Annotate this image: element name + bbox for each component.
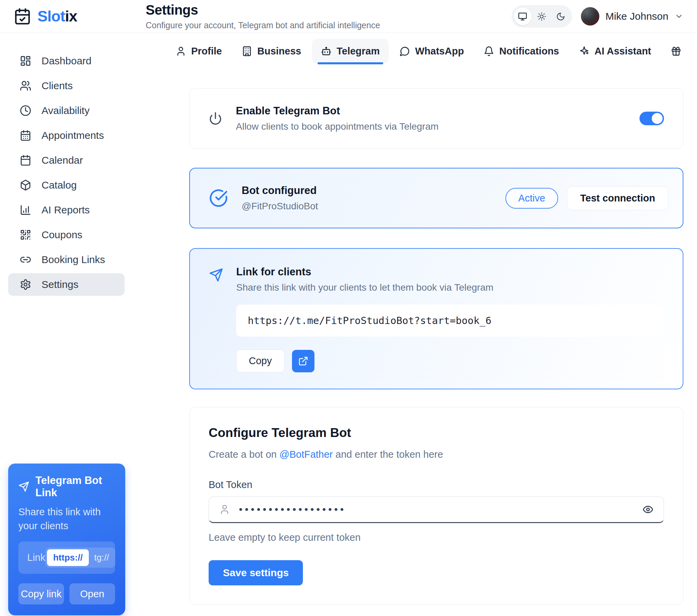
external-link-icon (298, 356, 308, 366)
brand-name-secondary: ix (65, 8, 77, 25)
gift-icon (671, 46, 681, 57)
tab-label: Profile (191, 46, 222, 57)
theme-monitor-button[interactable] (514, 8, 532, 25)
sidebar-item-label: Appointments (42, 130, 104, 141)
sidebar-item-label: Clients (42, 80, 73, 91)
sidebar-item-dashboard[interactable]: Dashboard (8, 50, 124, 72)
save-settings-button[interactable]: Save settings (209, 560, 303, 585)
avatar (581, 7, 599, 26)
sidebar-nav: DashboardClientsAvailabilityAppointments… (0, 33, 133, 296)
botfather-link[interactable]: @BotFather (279, 449, 333, 460)
tab-label: Business (257, 46, 301, 57)
page-subtitle: Configure your account, Telegram bot and… (146, 20, 380, 30)
promo-subtitle: Share this link with your clients (18, 505, 115, 533)
user-icon (176, 46, 186, 57)
sidebar-item-label: Availability (42, 105, 89, 116)
bot-token-field (209, 497, 664, 523)
enable-card-texts: Enable Telegram Bot Allow clients to boo… (236, 105, 439, 132)
sidebar-item-appointments[interactable]: Appointments (8, 124, 124, 147)
test-connection-button[interactable]: Test connection (567, 186, 668, 210)
bot-card-title: Bot configured (242, 185, 318, 197)
config-desc-suffix: and enter the token here (333, 449, 443, 460)
tab-ai-assistant[interactable]: AI Assistant (570, 39, 660, 64)
eye-icon[interactable] (642, 504, 653, 515)
enable-card-title: Enable Telegram Bot (236, 105, 439, 117)
sidebar-item-label: AI Reports (42, 204, 90, 216)
copy-link-button[interactable]: Copy link (18, 583, 64, 604)
bot-token-input[interactable] (239, 504, 634, 515)
sidebar-item-label: Settings (42, 279, 78, 290)
sidebar-item-label: Coupons (42, 229, 83, 240)
theme-switcher (511, 5, 572, 28)
tab-label: WhatsApp (415, 46, 464, 57)
qr-code-icon (20, 229, 31, 240)
calendar-days-icon (20, 130, 31, 141)
enable-card-subtitle: Allow clients to book appointments via T… (236, 121, 439, 132)
sidebar-item-catalog[interactable]: Catalog (8, 174, 124, 196)
brand[interactable]: Slotix (0, 8, 133, 25)
enable-bot-toggle[interactable] (639, 112, 664, 125)
link-for-clients-card: Link for clients Share this link with yo… (189, 248, 683, 389)
chart-column-icon (20, 204, 31, 216)
send-icon (209, 268, 223, 282)
copy-url-button[interactable]: Copy (236, 350, 284, 372)
calendar-check-logo-icon (14, 8, 31, 25)
telegram-bot-link-card: Telegram Bot Link Share this link with y… (8, 464, 125, 615)
sidebar-item-label: Catalog (42, 179, 77, 191)
user-name: Mike Johnson (606, 11, 668, 22)
sidebar-item-ai-reports[interactable]: AI Reports (8, 199, 124, 221)
settings-tab-bar: ProfileBusinessTelegramWhatsAppNotificat… (189, 39, 683, 64)
page-head: Settings Configure your account, Telegra… (133, 2, 380, 30)
brand-name: Slotix (38, 8, 77, 25)
protocol-option-https[interactable]: https:// (47, 549, 89, 566)
promo-title: Telegram Bot Link (35, 474, 115, 499)
brand-name-primary: Slot (38, 8, 65, 25)
open-link-button[interactable]: Open (70, 583, 115, 604)
promo-title-row: Telegram Bot Link (18, 474, 115, 499)
promo-link-label: Link (27, 552, 45, 563)
config-subtitle: Create a bot on @BotFather and enter the… (209, 449, 664, 460)
bell-icon (484, 46, 494, 57)
configure-telegram-bot-card: Configure Telegram Bot Create a bot on @… (189, 407, 683, 605)
open-external-button[interactable] (292, 350, 314, 372)
users-icon (20, 80, 31, 91)
tab-gift[interactable] (662, 39, 690, 63)
bot-configured-card: Bot configured @FitProStudioBot Active T… (189, 168, 683, 229)
theme-moon-button[interactable] (552, 8, 570, 25)
tab-business[interactable]: Business (233, 39, 310, 64)
sidebar-item-calendar[interactable]: Calendar (8, 149, 124, 172)
tab-notifications[interactable]: Notifications (475, 39, 568, 64)
sidebar-item-availability[interactable]: Availability (8, 99, 124, 122)
chevron-right-icon[interactable] (696, 46, 697, 57)
tab-profile[interactable]: Profile (167, 39, 231, 64)
sidebar-item-label: Calendar (42, 155, 83, 166)
bot-url: https://t.me/FitProStudioBot?start=book_… (248, 315, 491, 326)
moon-icon (556, 12, 565, 21)
building-icon (242, 46, 252, 57)
app-root: Slotix Settings Configure your account, … (0, 0, 697, 616)
tab-whatsapp[interactable]: WhatsApp (391, 39, 473, 64)
sidebar-item-clients[interactable]: Clients (8, 75, 124, 97)
clock-icon (20, 105, 31, 116)
config-desc-prefix: Create a bot on (209, 449, 279, 460)
link-card-actions: Copy (236, 350, 664, 372)
header: Slotix Settings Configure your account, … (0, 0, 697, 33)
user-menu[interactable]: Mike Johnson (581, 7, 683, 26)
bot-token-label: Bot Token (209, 479, 664, 490)
promo-buttons: Copy link Open (18, 583, 115, 604)
sidebar-item-booking-links[interactable]: Booking Links (8, 248, 124, 271)
tab-label: Notifications (499, 46, 559, 57)
sidebar-item-settings[interactable]: Settings (8, 273, 124, 296)
sidebar-item-coupons[interactable]: Coupons (8, 224, 124, 246)
protocol-option-tg[interactable]: tg:// (89, 549, 114, 566)
status-badge: Active (505, 188, 558, 209)
tab-telegram[interactable]: Telegram (312, 39, 389, 64)
sparkles-icon (579, 46, 590, 57)
token-helper-text: Leave empty to keep current token (209, 532, 664, 543)
enable-telegram-bot-card: Enable Telegram Bot Allow clients to boo… (189, 88, 683, 149)
protocol-segmented-control: https:// tg:// (45, 547, 115, 568)
sidebar-item-label: Booking Links (42, 254, 105, 265)
theme-sun-button[interactable] (533, 8, 551, 25)
chevron-down-icon (674, 12, 683, 21)
page-title: Settings (146, 2, 380, 18)
